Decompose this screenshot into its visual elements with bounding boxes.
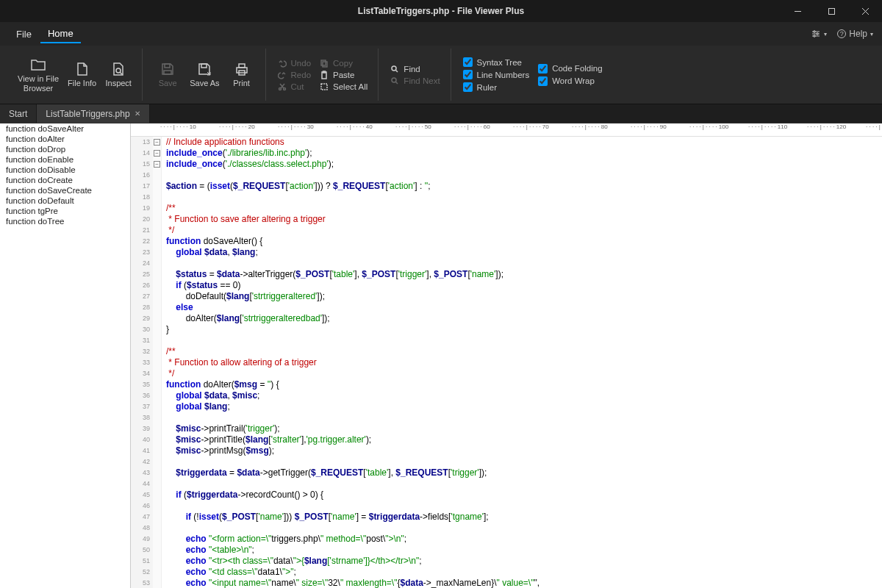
window-title: ListTableTriggers.php - File Viewer Plus xyxy=(358,6,524,16)
save-button[interactable]: Save xyxy=(150,60,185,89)
code-folding-checkbox[interactable]: Code Folding xyxy=(538,63,602,74)
help-menu[interactable]: ?Help▾ xyxy=(837,29,873,39)
sidebar-item[interactable]: function doCreate xyxy=(0,175,130,185)
svg-line-28 xyxy=(396,70,398,72)
folder-icon xyxy=(30,57,46,73)
code-editor[interactable]: · · · · | · · · · 10· · · · | · · · · 20… xyxy=(131,123,882,588)
code-area[interactable]: 1314151617181920212223242526272829303132… xyxy=(131,137,882,588)
ruler-checkbox[interactable]: Ruler xyxy=(463,82,530,93)
svg-rect-23 xyxy=(323,62,327,67)
close-icon[interactable]: ✕ xyxy=(135,110,140,118)
sidebar-item[interactable]: function doTree xyxy=(0,216,130,226)
inspect-icon xyxy=(110,61,126,77)
minimize-button[interactable] xyxy=(781,0,814,22)
tab-strip: Start ListTableTriggers.php✕ xyxy=(0,104,882,123)
file-info-button[interactable]: File Info xyxy=(63,60,101,89)
print-icon xyxy=(234,61,250,77)
cut-button[interactable]: Cut xyxy=(278,82,312,92)
sidebar-item[interactable]: function doSaveCreate xyxy=(0,185,130,196)
sidebar-item[interactable]: function doDefault xyxy=(0,196,130,206)
svg-rect-16 xyxy=(239,64,245,68)
maximize-button[interactable] xyxy=(814,0,848,22)
sidebar-item[interactable]: function doDisable xyxy=(0,165,130,175)
tab-start[interactable]: Start xyxy=(0,104,37,123)
window-controls xyxy=(781,0,882,22)
svg-line-11 xyxy=(120,72,122,74)
print-button[interactable]: Print xyxy=(224,60,259,89)
svg-point-29 xyxy=(392,78,396,82)
titlebar: ListTableTriggers.php - File Viewer Plus xyxy=(0,0,882,22)
svg-point-27 xyxy=(392,66,396,71)
redo-button[interactable]: Redo xyxy=(278,70,312,80)
word-wrap-checkbox[interactable]: Word Wrap xyxy=(538,76,602,87)
menu-home[interactable]: Home xyxy=(40,25,81,43)
ruler: · · · · | · · · · 10· · · · | · · · · 20… xyxy=(131,123,882,137)
find-next-button[interactable]: Find Next xyxy=(390,76,440,86)
line-number-gutter: 1314151617181920212223242526272829303132… xyxy=(131,137,153,588)
line-numbers-checkbox[interactable]: Line Numbers xyxy=(463,69,530,80)
paste-button[interactable]: Paste xyxy=(320,70,368,80)
ribbon-toolbar: View in File Browser File Info Inspect S… xyxy=(0,46,882,104)
copy-button[interactable]: Copy xyxy=(320,58,368,68)
syntax-tree-sidebar[interactable]: function doSaveAlterfunction doAlterfunc… xyxy=(0,123,131,588)
file-icon xyxy=(74,61,90,77)
main-area: function doSaveAlterfunction doAlterfunc… xyxy=(0,123,882,588)
svg-rect-22 xyxy=(321,60,326,65)
inspect-button[interactable]: Inspect xyxy=(101,60,136,89)
svg-rect-1 xyxy=(828,8,834,14)
select-all-button[interactable]: Select All xyxy=(320,82,368,92)
sidebar-item[interactable]: function doSaveAlter xyxy=(0,123,130,134)
fold-gutter[interactable]: −−− xyxy=(153,137,162,588)
undo-button[interactable]: Undo xyxy=(278,58,312,68)
menubar: File Home ▾ ?Help▾ xyxy=(0,22,882,46)
settings-icon[interactable]: ▾ xyxy=(811,29,827,39)
sidebar-item[interactable]: function doDrop xyxy=(0,144,130,154)
find-button[interactable]: Find xyxy=(390,64,440,74)
svg-rect-13 xyxy=(164,71,171,74)
view-in-file-browser-button[interactable]: View in File Browser xyxy=(13,55,63,93)
svg-line-30 xyxy=(396,82,398,84)
save-as-button[interactable]: Save As xyxy=(185,60,223,89)
save-icon xyxy=(159,61,176,77)
sidebar-item[interactable]: function tgPre xyxy=(0,206,130,216)
svg-rect-12 xyxy=(165,64,170,68)
svg-rect-26 xyxy=(321,84,327,90)
code-body[interactable]: // Include application functionsinclude_… xyxy=(162,137,600,588)
menu-file[interactable]: File xyxy=(9,26,39,43)
syntax-tree-checkbox[interactable]: Syntax Tree xyxy=(463,57,530,68)
sidebar-item[interactable]: function doEnable xyxy=(0,154,130,165)
save-as-icon xyxy=(196,61,212,77)
close-button[interactable] xyxy=(848,0,882,22)
sidebar-item[interactable]: function doAlter xyxy=(0,134,130,144)
svg-rect-14 xyxy=(201,64,207,68)
tab-file[interactable]: ListTableTriggers.php✕ xyxy=(37,104,149,123)
